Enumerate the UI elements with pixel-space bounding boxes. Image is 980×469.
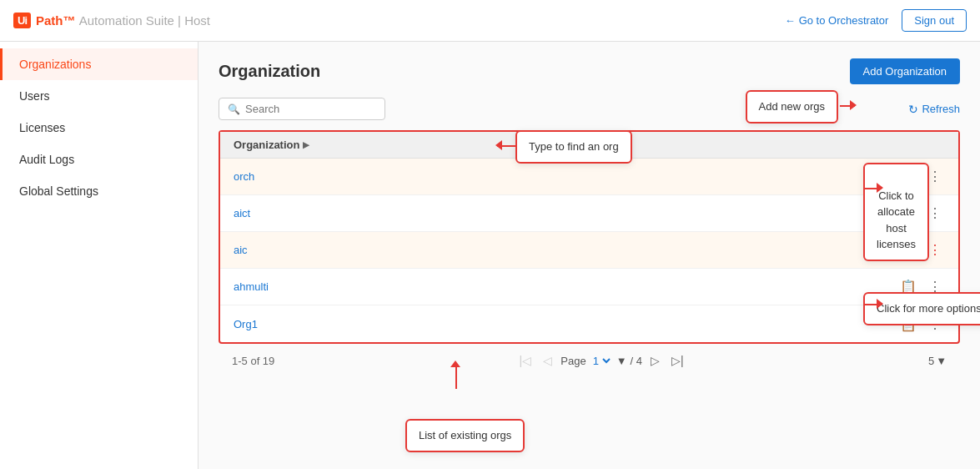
org-name[interactable]: Org1 (234, 318, 258, 330)
prev-page-button[interactable]: ◁ (540, 352, 555, 369)
logo-area: Ui Path™ Automation Suite | Host (13, 13, 210, 28)
search-input[interactable] (245, 103, 376, 115)
refresh-button[interactable]: ↻ Refresh (908, 103, 960, 116)
last-page-button[interactable]: ▷| (668, 352, 687, 369)
go-orchestrator-link[interactable]: ← Go to Orchestrator (785, 14, 889, 27)
first-page-button[interactable]: |◁ (516, 352, 535, 369)
pagination: 1-5 of 19 |◁ ◁ Page 1 2 3 4 ▼ / 4 ▷ ▷| (219, 344, 960, 369)
search-icon: 🔍 (228, 103, 240, 115)
table-row: aic 📋 ⋮ (220, 232, 958, 269)
sidebar-global-label: Global Settings (19, 184, 98, 198)
column-header-organization: Organization ▶ (234, 139, 309, 151)
pagination-info: 1-5 of 19 (232, 355, 274, 367)
toolbar: 🔍 ↻ Refresh (219, 98, 960, 120)
page-select[interactable]: 1 2 3 4 (590, 354, 613, 368)
per-page-selector[interactable]: 5 ▼ (928, 355, 947, 367)
add-organization-button[interactable]: Add Organization (850, 58, 960, 84)
sign-out-button[interactable]: Sign out (902, 9, 967, 32)
page-title: Organization (219, 62, 320, 81)
go-orchestrator-label: Go to Orchestrator (799, 14, 889, 27)
sidebar: Organizations Users Licenses Audit Logs … (0, 42, 199, 469)
header-right: ← Go to Orchestrator Sign out (785, 9, 967, 32)
main-content: Organization Add Organization 🔍 ↻ Refres… (199, 42, 980, 469)
sort-icon: ▶ (303, 140, 309, 149)
layout: Organizations Users Licenses Audit Logs … (0, 42, 980, 469)
logo-icon: Ui (13, 13, 31, 28)
next-page-button[interactable]: ▷ (647, 352, 663, 369)
table-row: orch 📋 ⋮ (220, 159, 958, 195)
table-row: Org1 📋 ⋮ (220, 305, 958, 342)
sidebar-item-organizations[interactable]: Organizations (0, 48, 198, 80)
org-name[interactable]: aic (234, 244, 248, 256)
callout-more-options-text: Click for more options (877, 302, 980, 315)
sidebar-audit-label: Audit Logs (19, 153, 74, 166)
sidebar-item-global-settings[interactable]: Global Settings (0, 175, 198, 207)
sidebar-item-users[interactable]: Users (0, 80, 198, 112)
table-row: aict 📋 ⋮ (220, 195, 958, 232)
sidebar-item-licenses[interactable]: Licenses (0, 112, 198, 144)
callout-find-org-text: Type to find an org (529, 140, 619, 153)
uipath-logo: Ui Path™ Automation Suite | Host (13, 13, 210, 28)
per-page-chevron: ▼ (936, 355, 947, 367)
callout-list-orgs-text: List of existing orgs (419, 429, 511, 441)
sidebar-users-label: Users (19, 89, 50, 103)
page-indicator: Page 1 2 3 4 ▼ / 4 (560, 354, 642, 368)
org-name[interactable]: orch (234, 170, 254, 183)
callout-add-orgs-text: Add new orgs (759, 100, 826, 113)
arrow-left-icon: ← (785, 14, 796, 27)
main-header: Organization Add Organization (219, 58, 960, 84)
table-row: ahmulti 📋 ⋮ (220, 269, 958, 305)
brand-name: Path™ Automation Suite | Host (36, 13, 210, 28)
search-box: 🔍 (219, 98, 385, 120)
page-label: Page (560, 355, 585, 367)
refresh-label: Refresh (922, 103, 960, 115)
per-page-value: 5 (928, 355, 934, 367)
org-name[interactable]: aict (234, 207, 250, 219)
callout-allocate-text: Click to allocate host licenses (877, 189, 916, 251)
sidebar-organizations-label: Organizations (19, 58, 91, 71)
header: Ui Path™ Automation Suite | Host ← Go to… (0, 0, 980, 42)
sidebar-item-audit-logs[interactable]: Audit Logs (0, 144, 198, 175)
page-separator: ▼ (616, 355, 627, 367)
total-pages: / 4 (631, 355, 642, 367)
pagination-controls: |◁ ◁ Page 1 2 3 4 ▼ / 4 ▷ ▷| (516, 352, 687, 369)
org-name[interactable]: ahmulti (234, 280, 269, 293)
sidebar-licenses-label: Licenses (19, 121, 65, 134)
refresh-icon: ↻ (908, 103, 918, 116)
